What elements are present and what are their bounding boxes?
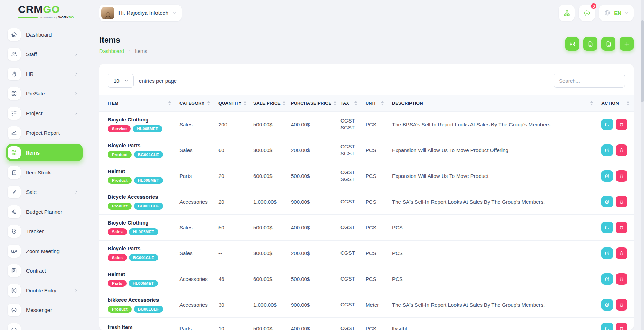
column-header-item[interactable]: ITEM — [99, 95, 175, 111]
scrollbar-thumb[interactable] — [641, 20, 644, 102]
quantity-cell: 20 — [214, 163, 249, 189]
sidebar-item-label: Budget Planner — [26, 209, 78, 215]
badge-product: Product — [108, 306, 132, 313]
delete-button[interactable] — [616, 222, 627, 233]
sidebar-item-double-entry[interactable]: Double Entry — [6, 281, 83, 300]
category-cell: Sales — [175, 111, 214, 137]
language-selector[interactable]: EN — [599, 5, 634, 21]
badge-product: Product — [108, 177, 132, 184]
table-row: bikkeee AccessoriesProductBC001CLFAccess… — [99, 292, 634, 317]
sidebar-item-hidden[interactable] — [6, 320, 83, 330]
main-column: Hi, Rajodiya Infotech 0 EN — [89, 0, 644, 330]
sidebar-item-label: Project — [26, 110, 68, 116]
sidebar-item-contract[interactable]: Contract — [6, 261, 83, 281]
breadcrumb-dashboard-link[interactable]: Dashboard — [99, 48, 124, 54]
sidebar-item-presale[interactable]: PreSale — [6, 84, 83, 104]
sidebar-item-budget-planner[interactable]: Budget Planner — [6, 202, 83, 222]
sitemap-button[interactable] — [559, 5, 575, 21]
sidebar-item-project-report[interactable]: Project Report — [6, 123, 83, 143]
file-import-icon — [587, 41, 594, 47]
edit-button[interactable] — [601, 170, 613, 182]
column-header-action[interactable]: ACTION — [597, 95, 634, 111]
users-icon — [8, 48, 21, 61]
grid-view-button[interactable] — [565, 37, 579, 51]
user-menu[interactable]: Hi, Rajodiya Infotech — [99, 5, 182, 21]
export-button[interactable] — [601, 37, 615, 51]
table-row: Bicycle ClothingSalesHL005METSales50500.… — [99, 214, 634, 240]
sidebar-item-dashboard[interactable]: Dashboard — [6, 25, 83, 45]
sidebar-item-label: Messenger — [26, 307, 78, 313]
category-cell: Accessories — [175, 292, 214, 317]
column-header-category[interactable]: CATEGORY — [175, 95, 214, 111]
tax-cell: CGST — [336, 292, 361, 317]
add-item-button[interactable] — [620, 37, 634, 51]
badge-hl005met: HL005MET — [129, 228, 158, 235]
column-header-tax[interactable]: TAX — [336, 95, 361, 111]
quantity-cell: 50 — [214, 214, 249, 240]
sidebar-item-zoom-meeting[interactable]: Zoom Meeting — [6, 241, 83, 261]
page-scrollbar — [641, 0, 644, 330]
column-header-purchase-price[interactable]: PURCHASE PRICE — [287, 95, 336, 111]
sidebar-item-tracker[interactable]: Tracker — [6, 222, 83, 242]
pencil-square-icon — [605, 251, 610, 256]
sidebar-item-staff[interactable]: Staff — [6, 45, 83, 64]
search-input[interactable] — [554, 74, 625, 88]
trash-icon — [619, 276, 624, 282]
edit-button[interactable] — [601, 273, 613, 285]
sidebar-item-items[interactable]: Items — [6, 144, 83, 161]
import-button[interactable] — [583, 37, 597, 51]
brand-logo[interactable]: CRMGO Powered By WORKDO — [0, 4, 89, 19]
items-table: ITEMCATEGORYQUANTITYSALE PRICEPURCHASE P… — [99, 95, 634, 330]
pencil-square-icon — [605, 326, 610, 330]
messages-button[interactable]: 0 — [579, 5, 595, 21]
item-badges: ServiceHL005MET — [108, 125, 171, 132]
sidebar-item-hr[interactable]: HR — [6, 64, 83, 84]
edit-button[interactable] — [601, 323, 613, 330]
quantity-cell: 20 — [214, 189, 249, 214]
category-cell: Sales — [175, 137, 214, 163]
unit-cell: PCS — [361, 317, 388, 330]
grid-plus-icon — [8, 146, 21, 159]
chevron-right-icon — [74, 91, 78, 96]
edit-button[interactable] — [601, 222, 613, 233]
table-row: Bicycle PartsProductBC001CLESales60300.0… — [99, 137, 634, 163]
delete-button[interactable] — [616, 323, 627, 330]
edit-button[interactable] — [601, 144, 613, 156]
sidebar-item-item-stock[interactable]: Item Stock — [6, 163, 83, 182]
entries-per-page-select[interactable]: 10 — [108, 74, 134, 88]
topbar-actions: 0 EN — [559, 5, 634, 21]
tax-cell: CGST — [336, 317, 361, 330]
column-header-sale-price[interactable]: SALE PRICE — [249, 95, 287, 111]
pencil-square-icon — [605, 302, 610, 307]
column-header-quantity[interactable]: QUANTITY — [214, 95, 249, 111]
item-name: bikkeee Accessories — [108, 297, 171, 303]
edit-button[interactable] — [601, 248, 613, 259]
sale-price-cell: 1,000.00$ — [249, 292, 287, 317]
item-badges: ProductBC001CLF — [108, 203, 171, 210]
delete-button[interactable] — [616, 144, 627, 156]
edit-button[interactable] — [601, 299, 613, 311]
quantity-cell: -- — [214, 240, 249, 266]
sidebar-item-messenger[interactable]: Messenger — [6, 300, 83, 320]
sort-icon — [168, 101, 171, 105]
sale-price-cell: 300.00$ — [249, 137, 287, 163]
column-header-description[interactable]: DESCRIPTION — [388, 95, 597, 111]
purchase-price-cell: 200.00$ — [287, 137, 336, 163]
badge-service: Service — [108, 125, 131, 132]
delete-button[interactable] — [616, 273, 627, 285]
sidebar-item-project[interactable]: Project — [6, 103, 83, 123]
delete-button[interactable] — [616, 248, 627, 259]
delete-button[interactable] — [616, 119, 627, 130]
column-header-unit[interactable]: UNIT — [361, 95, 388, 111]
sidebar-item-label: Zoom Meeting — [26, 248, 78, 254]
description-cell: Expansion Will Allow Us To Move Product — [388, 163, 597, 189]
delete-button[interactable] — [616, 170, 627, 182]
action-cell — [597, 240, 634, 266]
delete-button[interactable] — [616, 299, 627, 311]
pencil-square-icon — [605, 199, 610, 204]
delete-button[interactable] — [616, 196, 627, 207]
sidebar-item-sale[interactable]: Sale — [6, 182, 83, 202]
description-cell: The SA's Sell-In Report Looks At Sales B… — [388, 189, 597, 214]
edit-button[interactable] — [601, 196, 613, 207]
edit-button[interactable] — [601, 119, 613, 130]
